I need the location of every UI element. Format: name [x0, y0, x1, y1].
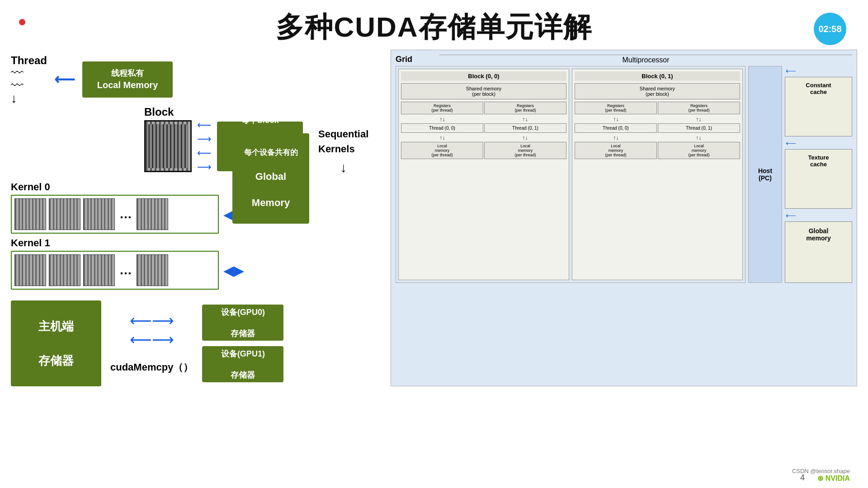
arrows2-01: ↑↓↑↓: [575, 134, 740, 141]
block-0-0-col: Block (0, 0) Shared memory(per block) Re…: [398, 69, 569, 280]
thread-icon: 〰〰↓: [11, 67, 47, 105]
reg-00-2: Registers(per thread): [484, 102, 566, 114]
arrows-01: ↑↓↑↓: [575, 116, 740, 122]
local-memory-box: 线程私有 Local Memory: [82, 61, 173, 98]
left-panel: Thread 〰〰↓ ⟵ 线程私有 Local Memory Block ⟵ ⟶: [11, 50, 382, 386]
gpu0-box: 设备(GPU0) 存储器: [202, 305, 283, 341]
kernel0-block2: [49, 198, 80, 230]
right-panel: Grid Multiprocessor Block (0, 0) Shared …: [391, 50, 857, 386]
thread-01-1: Thread (0, 0): [575, 123, 657, 133]
arrows-00: ↑↓↑↓: [401, 116, 566, 122]
threads-00: Thread (0, 0) Thread (0, 1): [401, 123, 566, 133]
host-memory-box: 主机端 存储器: [11, 300, 101, 386]
block-label: Block: [144, 106, 174, 118]
thread-label: Thread: [11, 54, 47, 67]
texture-cache-box: Texturecache: [785, 149, 852, 209]
kernel1-label: Kernel 1: [11, 237, 382, 249]
bottom-section: 主机端 存储器 ⟵⟶ ⟵⟶ cudaMemcpy（） 设备(GPU0) 存储器 …: [11, 300, 382, 386]
reg-00-1: Registers(per thread): [401, 102, 483, 114]
nvidia-logo: ⊛ NVIDIA: [817, 474, 850, 483]
global-memory-container: 每个设备共有的 Global Memory: [232, 133, 311, 226]
reg-01-1: Registers(per thread): [575, 102, 657, 114]
localmem-01: Localmemory(per thread) Localmemory(per …: [575, 142, 740, 159]
registers-00: Registers(per thread) Registers(per thre…: [401, 102, 566, 114]
threads-01: Thread (0, 0) Thread (0, 1): [575, 123, 740, 133]
arrows2-00: ↑↓↑↓: [401, 134, 566, 141]
reg-01-2: Registers(per thread): [658, 102, 740, 114]
local-01-1: Localmemory(per thread): [575, 142, 657, 159]
sequential-kernels-label: SequentialKernels ↓: [318, 127, 368, 177]
blocks-container: Block (0, 0) Shared memory(per block) Re…: [396, 66, 745, 283]
kernel0-row: …: [11, 195, 219, 234]
kernel1-section: Kernel 1 … ◀▶: [11, 237, 382, 290]
page-title: 多种CUDA存储单元详解: [0, 0, 868, 46]
thread-00-2: Thread (0, 1): [484, 123, 566, 133]
kernel1-block4: [137, 254, 168, 286]
kernel1-block3: [83, 254, 115, 286]
thread-section: Thread 〰〰↓ ⟵ 线程私有 Local Memory: [11, 54, 382, 105]
grid-label: Grid: [396, 55, 412, 64]
kernel0-block3: [83, 198, 115, 230]
caches-column: ⟵ Constantcache ⟵ Texturecache ⟵ Globalm…: [785, 66, 852, 283]
block-arrows: ⟵ ⟶ ⟵ ⟶: [197, 119, 212, 173]
block01-title: Block (0, 1): [575, 71, 740, 81]
page-number: 4: [800, 473, 805, 483]
kernel0-section: Kernel 0 … ◀▶: [11, 181, 382, 234]
arrow-texture: ⟵: [785, 138, 852, 147]
multiprocessor-label: Multiprocessor: [439, 55, 852, 64]
shared-mem-01: Shared memory(per block): [575, 83, 740, 99]
global-memory-box: 每个设备共有的 Global Memory: [232, 133, 309, 224]
kernel0-block1: [14, 198, 46, 230]
block-0-1-col: Block (0, 1) Shared memory(per block) Re…: [572, 69, 743, 280]
kernel1-block2: [49, 254, 80, 286]
cudamemcpy-area: ⟵⟶ ⟵⟶ cudaMemcpy（）: [110, 313, 193, 374]
kernel0-block4: [137, 198, 168, 230]
thread-00-1: Thread (0, 0): [401, 123, 483, 133]
arrow-global: ⟵: [785, 211, 852, 220]
thread-01-2: Thread (0, 1): [658, 123, 740, 133]
kernel1-dots: …: [118, 263, 134, 277]
local-00-1: Localmemory(per thread): [401, 142, 483, 159]
kernel1-row: …: [11, 251, 219, 290]
block-icon: [144, 120, 192, 172]
constant-cache-box: Constantcache: [785, 77, 852, 136]
kernel1-arrow: ◀▶: [223, 263, 244, 278]
local-00-2: Localmemory(per thread): [484, 142, 566, 159]
localmem-00: Localmemory(per thread) Localmemory(per …: [401, 142, 566, 159]
global-mem-diag-box: Globalmemory: [785, 221, 852, 283]
registers-01: Registers(per thread) Registers(per thre…: [575, 102, 740, 114]
host-pc-box: Host (PC): [748, 66, 782, 283]
thread-arrow: ⟵: [54, 71, 75, 88]
cudamemcpy-label: cudaMemcpy（）: [110, 361, 193, 374]
local-01-2: Localmemory(per thread): [658, 142, 740, 159]
block00-title: Block (0, 0): [401, 71, 566, 81]
shared-mem-00: Shared memory(per block): [401, 83, 566, 99]
arrow-constant: ⟵: [785, 66, 852, 75]
kernel0-dots: …: [118, 207, 134, 221]
kernel1-block1: [14, 254, 46, 286]
host-caches-area: Host (PC) ⟵ Constantcache ⟵ Texturecache…: [748, 66, 852, 283]
kernel0-label: Kernel 0: [11, 181, 382, 193]
gpu1-box: 设备(GPU1) 存储器: [202, 346, 283, 382]
csdn-label: CSDN @tensor.shape: [792, 468, 850, 474]
timer-badge: 02:58: [814, 13, 846, 45]
red-dot: [19, 19, 25, 25]
gpu-boxes: 设备(GPU0) 存储器 设备(GPU1) 存储器: [202, 305, 283, 382]
